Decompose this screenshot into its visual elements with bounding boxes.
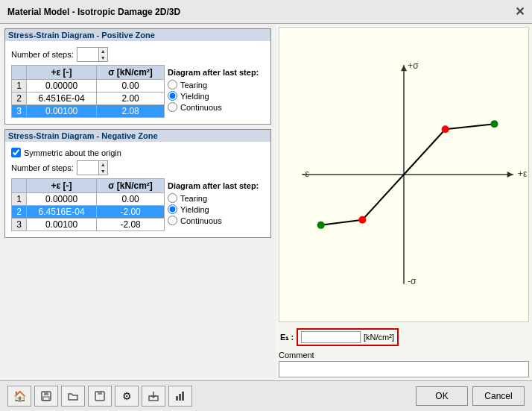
svg-point-13 xyxy=(442,125,449,133)
right-panel: +ε -ε +σ -σ xyxy=(276,24,532,380)
left-panel: Stress-Strain Diagram - Positive Zone Nu… xyxy=(0,24,276,380)
negative-table-row[interactable]: 2 6.4516E-04 -2.00 xyxy=(12,206,165,219)
svg-rect-21 xyxy=(98,392,102,395)
negative-row-eps: 0.00100 xyxy=(27,219,97,231)
comment-input[interactable] xyxy=(279,361,529,377)
positive-table-row[interactable]: 3 0.00100 2.08 xyxy=(12,105,165,118)
negative-steps-control: Number of steps: 3 ▲ ▼ xyxy=(11,160,265,175)
positive-row-num: 2 xyxy=(12,92,27,105)
negative-tearing-label: Tearing xyxy=(180,194,207,203)
positive-row-eps: 6.4516E-04 xyxy=(27,92,97,105)
positive-continuous-radio[interactable] xyxy=(168,102,177,112)
negative-steps-spinbox[interactable]: 3 ▲ ▼ xyxy=(77,160,108,175)
chart-area: +ε -ε +σ -σ xyxy=(279,27,529,322)
positive-col-eps: +ε [-] xyxy=(27,66,97,80)
chart-svg: +ε -ε +σ -σ xyxy=(279,28,528,321)
positive-row-eps: 0.00000 xyxy=(27,80,97,92)
svg-point-16 xyxy=(317,222,325,229)
footer-btn-export[interactable] xyxy=(142,386,165,407)
negative-yielding-label: Yielding xyxy=(180,205,209,214)
negative-col-eps: +ε [-] xyxy=(27,179,97,193)
positive-tearing-row: Tearing xyxy=(168,80,265,90)
positive-options-col: Diagram after last step: Tearing Yieldin… xyxy=(168,65,265,118)
negative-continuous-row: Continuous xyxy=(168,216,265,225)
negative-continuous-radio[interactable] xyxy=(168,216,177,225)
negative-zone-section: Stress-Strain Diagram - Negative Zone Sy… xyxy=(4,129,271,238)
negative-col-sigma: σ [kN/cm²] xyxy=(97,179,165,193)
positive-zone-title: Stress-Strain Diagram - Positive Zone xyxy=(5,29,270,41)
negative-data-table: +ε [-] σ [kN/cm²] 1 0.00000 0.002 6.4516… xyxy=(11,178,165,231)
ok-button[interactable]: OK xyxy=(416,386,468,406)
svg-text:-σ: -σ xyxy=(408,276,417,286)
negative-steps-down[interactable]: ▼ xyxy=(99,168,107,175)
positive-continuous-row: Continuous xyxy=(168,102,265,112)
footer-btn-save2[interactable] xyxy=(88,386,112,407)
negative-row-sigma: -2.00 xyxy=(97,206,165,219)
negative-table-row[interactable]: 1 0.00000 0.00 xyxy=(12,193,165,206)
negative-table-col: +ε [-] σ [kN/cm²] 1 0.00000 0.002 6.4516… xyxy=(11,178,165,231)
positive-steps-up[interactable]: ▲ xyxy=(99,48,107,54)
positive-zone-section: Stress-Strain Diagram - Positive Zone Nu… xyxy=(4,28,271,125)
negative-diagram-label: Diagram after last step: xyxy=(168,181,265,190)
footer-btn-save[interactable] xyxy=(34,386,58,407)
svg-point-14 xyxy=(490,120,498,128)
positive-steps-spinbox[interactable]: 3 ▲ ▼ xyxy=(77,47,108,62)
positive-yielding-radio[interactable] xyxy=(168,91,177,101)
positive-yielding-label: Yielding xyxy=(180,92,209,101)
ei-input[interactable]: 225.45 xyxy=(301,331,361,343)
footer-left: 🏠 ⚙ xyxy=(7,386,192,407)
positive-row-sigma: 0.00 xyxy=(97,80,165,92)
negative-steps-up[interactable]: ▲ xyxy=(99,161,107,168)
negative-yielding-radio[interactable] xyxy=(168,204,177,214)
negative-options-col: Diagram after last step: Tearing Yieldin… xyxy=(168,178,265,231)
positive-diagram-label: Diagram after last step: xyxy=(168,68,265,77)
positive-table-row[interactable]: 1 0.00000 0.00 xyxy=(12,80,165,92)
negative-tearing-radio[interactable] xyxy=(168,193,177,203)
positive-table-row[interactable]: 2 6.4516E-04 2.00 xyxy=(12,92,165,105)
positive-steps-control: Number of steps: 3 ▲ ▼ xyxy=(11,47,265,62)
negative-table-row[interactable]: 3 0.00100 -2.08 xyxy=(12,219,165,231)
ei-box: 225.45 [kN/cm²] xyxy=(297,328,399,346)
symmetric-row: Symmetric about the origin xyxy=(11,148,265,157)
negative-steps-input[interactable]: 3 xyxy=(77,161,98,175)
negative-steps-arrows: ▲ ▼ xyxy=(98,161,107,175)
negative-col-index xyxy=(12,179,27,193)
positive-zone-inner: Number of steps: 3 ▲ ▼ xyxy=(8,44,267,121)
footer-btn-open[interactable] xyxy=(61,386,85,407)
positive-col-index xyxy=(12,66,27,80)
symmetric-checkbox[interactable] xyxy=(11,148,21,157)
negative-yielding-row: Yielding xyxy=(168,204,265,214)
negative-zone-row: +ε [-] σ [kN/cm²] 1 0.00000 0.002 6.4516… xyxy=(11,178,265,231)
main-content: Stress-Strain Diagram - Positive Zone Nu… xyxy=(0,24,532,380)
comment-area: Comment xyxy=(279,351,529,377)
negative-steps-label: Number of steps: xyxy=(11,163,74,172)
svg-rect-26 xyxy=(182,392,184,401)
negative-zone-inner: Symmetric about the origin Number of ste… xyxy=(8,145,267,234)
svg-rect-18 xyxy=(44,392,48,395)
svg-text:+ε: +ε xyxy=(518,169,528,179)
positive-tearing-label: Tearing xyxy=(180,81,207,90)
negative-row-eps: 6.4516E-04 xyxy=(27,206,97,219)
ei-row: E₁ : 225.45 [kN/cm²] xyxy=(279,327,529,348)
footer-right: OK Cancel xyxy=(416,386,525,406)
negative-row-eps: 0.00000 xyxy=(27,193,97,206)
positive-data-table: +ε [-] σ [kN/cm²] 1 0.00000 0.002 6.4516… xyxy=(11,65,165,118)
negative-row-num: 3 xyxy=(12,219,27,231)
window-title: Material Model - Isotropic Damage 2D/3D xyxy=(7,7,180,17)
footer-btn-chart[interactable] xyxy=(168,386,192,407)
footer: 🏠 ⚙ OK Cancel xyxy=(0,380,532,411)
positive-steps-input[interactable]: 3 xyxy=(77,48,98,61)
negative-zone-title: Stress-Strain Diagram - Negative Zone xyxy=(5,130,270,142)
positive-row-num: 1 xyxy=(12,80,27,92)
close-button[interactable]: ✕ xyxy=(515,4,525,19)
svg-rect-24 xyxy=(176,396,178,401)
footer-btn-settings[interactable]: ⚙ xyxy=(115,386,139,407)
cancel-button[interactable]: Cancel xyxy=(472,386,525,406)
footer-btn-home[interactable]: 🏠 xyxy=(7,386,31,407)
positive-tearing-radio[interactable] xyxy=(168,80,177,90)
svg-text:+σ: +σ xyxy=(408,60,419,71)
positive-steps-down[interactable]: ▼ xyxy=(99,54,107,61)
negative-continuous-label: Continuous xyxy=(180,216,222,225)
svg-text:-ε: -ε xyxy=(302,169,309,179)
ei-label: E₁ : xyxy=(280,333,294,342)
